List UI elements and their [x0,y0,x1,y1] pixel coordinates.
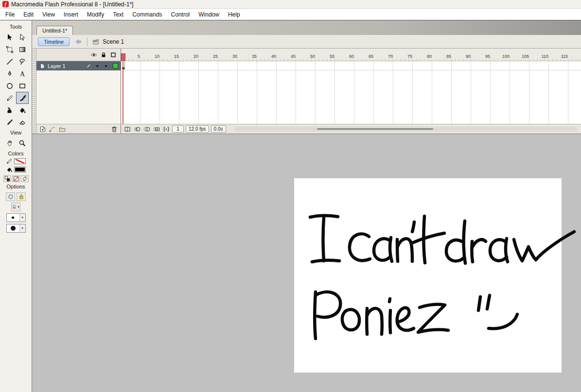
hand-tool[interactable] [3,137,16,149]
flash-app-icon[interactable]: f [2,1,9,7]
scene-label: Scene 1 [103,38,124,45]
back-button[interactable] [74,37,83,46]
layer-row[interactable]: Layer 1 [36,61,121,70]
stroke-pencil-icon [6,158,13,165]
brush-shape-dropdown[interactable]: ▼ [6,224,26,233]
no-color-button[interactable] [12,175,20,182]
brush-size-dropdown[interactable]: ▼ [6,213,26,222]
layer-visibility-dot[interactable] [96,65,98,67]
lock-fill-toggle[interactable] [17,192,26,201]
layer-outline-color-swatch[interactable] [113,63,118,68]
playhead-marker[interactable] [121,53,125,61]
menu-item[interactable]: Help [224,10,245,19]
hand-icon [6,139,14,147]
timeline-panel: 5101520253035404550556065707580859095100… [32,49,581,134]
menu-bar: FileEditViewInsertModifyTextCommandsCont… [0,9,581,20]
brush-mode-button[interactable]: ▼ [11,203,20,211]
insert-layer-button[interactable] [39,125,47,133]
pen-tool[interactable] [3,68,16,80]
menu-item[interactable]: View [38,10,59,19]
insert-layer-folder-button[interactable] [58,125,66,133]
menu-item[interactable]: Commands [128,10,166,19]
elapsed-time-display: 0.0s [211,125,226,133]
tools-panel: Tools A View [0,20,32,392]
edit-multiple-frames-button[interactable] [153,125,160,133]
stroke-color-swatch[interactable] [14,158,26,164]
default-colors-button[interactable] [3,175,11,182]
brush-size-sample-icon [12,217,14,219]
lasso-tool[interactable] [16,55,29,68]
rectangle-tool[interactable] [16,80,29,92]
dropdown-arrow-icon: ▼ [21,216,24,219]
ruler-number: 95 [471,54,491,61]
brush-tool[interactable] [16,92,29,104]
menu-item[interactable]: Text [108,10,128,19]
playhead-line[interactable] [123,61,123,124]
ruler-number: 15 [160,54,179,61]
ruler-number: 45 [277,54,296,61]
menu-item[interactable]: Insert [59,10,83,19]
swap-colors-button[interactable] [21,175,29,182]
layer-lock-dot[interactable] [105,65,107,67]
text-tool[interactable]: A [16,68,29,80]
eraser-tool[interactable] [16,116,29,128]
back-arrow-icon [74,38,82,46]
scene-breadcrumb: Scene 1 [92,38,124,46]
ruler-number: 20 [179,54,199,61]
free-transform-tool[interactable] [3,43,16,55]
menu-item[interactable]: File [1,10,19,19]
document-tab[interactable]: Untitled-1* [36,26,73,35]
timeline-scrollbar[interactable] [235,127,578,132]
ruler-number: 115 [549,54,568,61]
menu-item[interactable]: Edit [19,10,38,19]
oval-tool[interactable] [3,80,16,92]
center-frame-button[interactable] [123,125,131,133]
tool-grid: A [3,31,29,128]
menu-item[interactable]: Control [167,10,194,19]
frame-ruler[interactable]: 5101520253035404550556065707580859095100… [121,49,581,61]
eyedropper-tool[interactable] [3,116,16,128]
subselection-tool[interactable] [16,31,29,43]
ruler-number: 25 [199,54,218,61]
stage[interactable] [294,178,562,373]
timeline-footer-right: 1 12.0 fps 0.0s [121,124,581,134]
lock-layers-icon[interactable] [100,51,107,58]
view-section-label: View [10,130,22,136]
timeline-toggle-button[interactable]: Timeline [38,37,70,46]
gradient-transform-tool[interactable] [16,43,29,55]
frames-grid[interactable] [121,61,581,124]
object-drawing-toggle[interactable] [6,192,15,201]
ruler-number: 65 [354,54,374,61]
selection-tool[interactable] [3,31,16,43]
layer-controls-header [36,49,121,61]
object-drawing-icon [7,193,14,200]
outline-view-icon[interactable] [110,51,117,58]
show-hide-eye-icon[interactable] [90,51,97,58]
modify-onion-markers-button[interactable] [162,125,170,133]
onion-skin-button[interactable] [133,125,141,133]
menu-item[interactable]: Window [194,10,224,19]
layer-frame-row[interactable] [121,61,581,70]
ruler-number: 30 [218,54,238,61]
paint-bucket-tool[interactable] [16,104,29,116]
pasteboard[interactable] [32,134,581,392]
text-a-icon: A [18,70,26,78]
ruler-number: 85 [432,54,452,61]
timeline-scrollbar-thumb[interactable] [317,128,434,130]
timeline-grip[interactable] [32,49,36,134]
menu-item[interactable]: Modify [83,10,108,19]
delete-layer-trash-button[interactable] [110,125,118,133]
onion-skin-outlines-button[interactable] [143,125,151,133]
layer-name: Layer 1 [48,63,83,69]
fill-color-swatch[interactable] [14,167,26,172]
line-tool[interactable] [3,55,16,68]
zoom-tool[interactable] [16,137,29,149]
pencil-tool[interactable] [3,92,16,104]
ruler-number: 55 [316,54,335,61]
lock-icon [18,193,25,200]
ink-bottle-tool[interactable] [3,104,16,116]
add-motion-guide-button[interactable] [49,125,56,133]
frame-rate-display[interactable]: 12.0 fps [186,125,209,133]
lasso-icon [18,58,26,66]
no-color-icon [13,175,19,182]
